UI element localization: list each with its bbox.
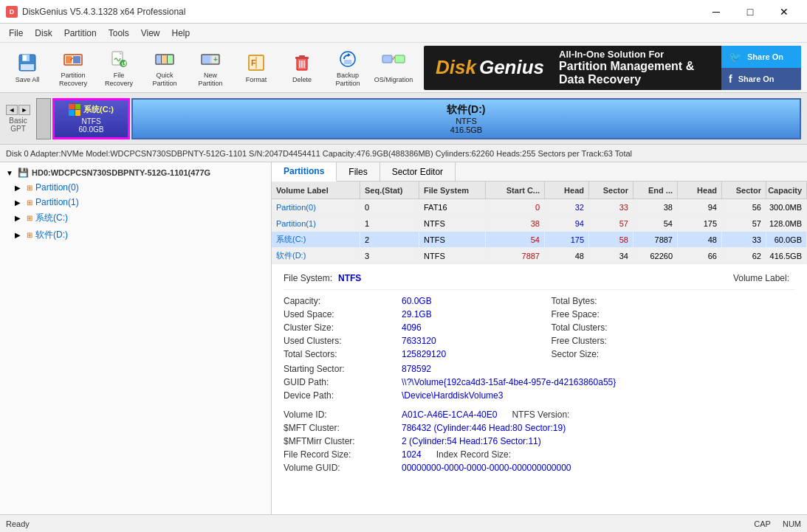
backup-partition-label: BackupPartition bbox=[335, 72, 360, 88]
sidebar-item-sistema[interactable]: ▶ ⊞ 系统(C:) bbox=[0, 210, 271, 227]
sidebar-item-partition0[interactable]: ▶ ⊞ Partition(0) bbox=[0, 180, 271, 195]
svg-rect-2 bbox=[23, 55, 27, 61]
tab-files[interactable]: Files bbox=[337, 162, 380, 181]
volume-id-label: Volume ID: bbox=[284, 410, 402, 420]
row2-fs: NTFS bbox=[419, 232, 486, 247]
row3-capacity: 416.5GB bbox=[766, 248, 807, 263]
nav-next-button[interactable]: ► bbox=[18, 105, 30, 115]
delete-button[interactable]: Delete bbox=[281, 46, 323, 90]
disk-info-bar: Disk 0 Adapter:NVMe Model:WDCPCSN730SDBP… bbox=[0, 145, 807, 162]
detail-sector-size: Sector Size: bbox=[552, 349, 796, 359]
row1-fs: NTFS bbox=[419, 215, 486, 231]
quick-partition-button[interactable]: QuickPartition bbox=[143, 46, 186, 90]
save-all-label: Save All bbox=[16, 76, 40, 84]
svg-rect-6 bbox=[73, 56, 80, 63]
detail-device-path: Device Path: \Device\HarddiskVolume3 bbox=[284, 390, 795, 401]
svg-rect-13 bbox=[168, 55, 173, 63]
file-recovery-icon: ↺ bbox=[107, 48, 131, 70]
title-text: DiskGenius V5.4.3.1328 x64 Professional bbox=[22, 7, 185, 17]
format-label: Format bbox=[246, 76, 267, 84]
status-right: CAP NUM bbox=[754, 519, 801, 528]
header-end: End ... bbox=[633, 182, 678, 198]
row3-endc: 62260 bbox=[633, 248, 678, 263]
header-volume-label: Volume Label bbox=[272, 182, 360, 198]
partition-icon: ⊞ bbox=[27, 231, 32, 239]
disk-label-gpt: GPT bbox=[10, 125, 26, 133]
expand-icon: ▶ bbox=[15, 231, 24, 239]
detail-used-space: Used Space: 29.1GB bbox=[284, 309, 528, 319]
detail-total-clusters: Total Clusters: bbox=[552, 322, 796, 333]
detail-guid-path: GUID Path: \\?\Volume{192ca4d3-15af-4be4… bbox=[284, 377, 795, 387]
tagline-2: Partition Management & Data Recovery bbox=[559, 60, 710, 86]
disk-root-label: HD0:WDCPCSN730SDBPNTY-512G-1101(477G bbox=[32, 168, 210, 177]
svg-rect-12 bbox=[162, 55, 167, 63]
row3-sector2: 62 bbox=[722, 248, 766, 263]
header-head2: Head bbox=[678, 182, 722, 198]
backup-partition-icon bbox=[336, 48, 360, 70]
detail-total-bytes: Total Bytes: bbox=[552, 296, 796, 306]
menu-view[interactable]: View bbox=[135, 25, 166, 41]
detail-volume-guid: Volume GUID: 00000000-0000-0000-0000-000… bbox=[284, 463, 795, 473]
menu-disk[interactable]: Disk bbox=[29, 25, 58, 41]
nav-prev-button[interactable]: ◄ bbox=[6, 105, 18, 115]
menu-partition[interactable]: Partition bbox=[58, 25, 103, 41]
fs-value: NTFS bbox=[338, 273, 361, 283]
fs-label: File System: bbox=[284, 273, 332, 283]
menu-help[interactable]: Help bbox=[166, 25, 196, 41]
sidebar-root-disk[interactable]: ▼ 💾 HD0:WDCPCSN730SDBPNTY-512G-1101(477G bbox=[0, 165, 271, 180]
software-size: 416.5GB bbox=[450, 125, 482, 134]
logo-text: Disk bbox=[436, 56, 476, 79]
row0-seq: 0 bbox=[360, 199, 419, 215]
detail-mft-cluster: $MFT Cluster: 786432 (Cylinder:446 Head:… bbox=[284, 423, 795, 433]
title-bar: D DiskGenius V5.4.3.1328 x64 Professiona… bbox=[0, 0, 807, 24]
detail-cluster-size: Cluster Size: 4096 bbox=[284, 322, 528, 333]
twitter-label: Share On bbox=[747, 52, 783, 61]
partition-recovery-button[interactable]: PartitionRecovery bbox=[52, 46, 95, 90]
menu-bar: File Disk Partition Tools View Help bbox=[0, 24, 807, 43]
menu-file[interactable]: File bbox=[3, 25, 29, 41]
software-partition-block[interactable]: 软件(D:) NTFS 416.5GB bbox=[131, 98, 801, 139]
maximize-button[interactable]: □ bbox=[733, 1, 767, 22]
table-row[interactable]: Partition(0) 0 FAT16 0 32 33 38 94 56 30… bbox=[272, 199, 807, 215]
file-recovery-button[interactable]: ↺ FileRecovery bbox=[97, 46, 140, 90]
header-fs: File System bbox=[419, 182, 486, 198]
sidebar-item-software[interactable]: ▶ ⊞ 软件(D:) bbox=[0, 227, 271, 243]
sistema-partition-block[interactable]: 系统(C:) NTFS 60.0GB bbox=[52, 98, 130, 139]
sistema-size: 60.0GB bbox=[79, 125, 104, 134]
row0-endc: 38 bbox=[633, 199, 678, 215]
software-name: 软件(D:) bbox=[447, 103, 485, 117]
new-partition-button[interactable]: + NewPartition bbox=[189, 46, 232, 90]
delete-label: Delete bbox=[292, 76, 312, 84]
format-button[interactable]: F Format bbox=[235, 46, 278, 90]
menu-tools[interactable]: Tools bbox=[103, 25, 135, 41]
table-row[interactable]: 系统(C:) 2 NTFS 54 175 58 7887 48 33 60.0G… bbox=[272, 232, 807, 248]
save-all-icon bbox=[16, 51, 39, 75]
partition-recovery-label: PartitionRecovery bbox=[59, 72, 87, 88]
unalloc-partition-1[interactable] bbox=[36, 98, 51, 139]
right-panel: Partitions Files Sector Editor Volume La… bbox=[272, 162, 807, 514]
facebook-share-button[interactable]: f Share On bbox=[721, 68, 801, 90]
row0-label: Partition(0) bbox=[272, 199, 360, 215]
partition0-label: Partition(0) bbox=[35, 182, 79, 193]
save-all-button[interactable]: Save All bbox=[6, 46, 49, 90]
tab-partitions[interactable]: Partitions bbox=[272, 162, 337, 182]
tab-sector-editor[interactable]: Sector Editor bbox=[380, 162, 456, 181]
disk-label-basic: Basic bbox=[9, 117, 27, 125]
os-migration-button[interactable]: OS/Migration bbox=[372, 46, 415, 90]
expand-icon: ▶ bbox=[15, 198, 24, 207]
table-row[interactable]: 软件(D:) 3 NTFS 7887 48 34 62260 66 62 416… bbox=[272, 248, 807, 264]
tab-bar: Partitions Files Sector Editor bbox=[272, 162, 807, 182]
quick-partition-label: QuickPartition bbox=[152, 72, 176, 88]
row3-startc: 7887 bbox=[486, 248, 545, 263]
minimize-button[interactable]: ─ bbox=[699, 1, 733, 22]
table-row[interactable]: Partition(1) 1 NTFS 38 94 57 54 175 57 1… bbox=[272, 215, 807, 232]
backup-partition-button[interactable]: BackupPartition bbox=[326, 46, 369, 90]
ntfs-version-label: NTFS Version: bbox=[512, 410, 569, 420]
row1-head2: 175 bbox=[678, 215, 722, 231]
twitter-share-button[interactable]: 🐦 Share On bbox=[721, 46, 801, 68]
svg-text:↺: ↺ bbox=[121, 61, 127, 68]
close-button[interactable]: ✕ bbox=[767, 1, 801, 22]
sidebar-item-partition1[interactable]: ▶ ⊞ Partition(1) bbox=[0, 195, 271, 210]
header-sector1: Sector bbox=[589, 182, 633, 198]
svg-rect-32 bbox=[395, 55, 405, 63]
